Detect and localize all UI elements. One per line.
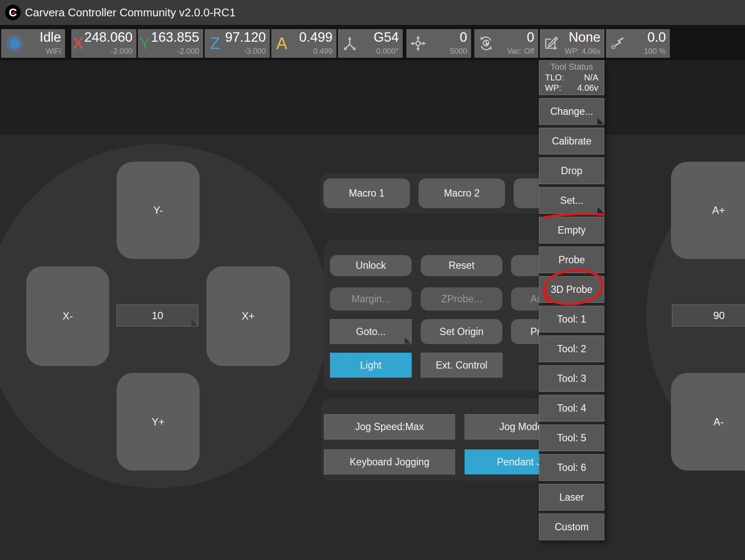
a-angle-value: 0.000° — [376, 47, 399, 55]
menu-item-set[interactable]: Set... — [539, 187, 604, 214]
wp-value: 4.06v — [577, 83, 598, 93]
jog-x-plus-label: X+ — [242, 310, 255, 322]
wireless-probe-voltage: WP: 4.06v — [565, 47, 600, 55]
menu-item-tool-5[interactable]: Tool: 5 — [539, 425, 604, 451]
jog-y-minus-button[interactable]: Y- — [117, 162, 200, 259]
z-position: 97.120 — [225, 30, 266, 44]
status-bar: Idle WiFi X 248.060 -2.000 Y 163.855 -2.… — [0, 25, 745, 60]
a-axis-tile[interactable]: A 0.499 0.499 — [271, 29, 336, 58]
jog-x-minus-button[interactable]: X- — [26, 266, 109, 366]
spindle-rpm-value: 0 — [527, 30, 534, 44]
feed-max-value: 5000 — [450, 47, 467, 55]
tlo-label: TLO: — [545, 73, 564, 83]
a-axis-letter: A — [272, 30, 292, 57]
jog-a-plus-button[interactable]: A+ — [671, 162, 745, 259]
macro-2-button[interactable]: Macro 2 — [419, 178, 505, 208]
macro-1-button[interactable]: Macro 1 — [323, 178, 410, 208]
keyboard-jogging-button[interactable]: Keyboard Jogging — [324, 449, 455, 474]
menu-item-tool-1[interactable]: Tool: 1 — [539, 306, 604, 332]
tool-tile[interactable]: None WP: 4.06v — [540, 29, 604, 58]
x-position: 248.060 — [84, 30, 132, 44]
unlock-button[interactable]: Unlock — [330, 255, 412, 276]
y-axis-tile[interactable]: Y 163.855 -2.000 — [138, 29, 203, 58]
menu-item-drop[interactable]: Drop — [539, 157, 604, 184]
x-axis-letter: X — [72, 30, 84, 57]
menu-item-tool-6[interactable]: Tool: 6 — [539, 454, 604, 481]
connection-dot-icon — [9, 38, 20, 49]
z-axis-letter: Z — [205, 30, 225, 57]
margin-button[interactable]: Margin... — [330, 287, 412, 311]
xy-step-value: 10 — [152, 310, 163, 322]
wcs-value: G54 — [373, 30, 399, 44]
z-machine-position: -3.000 — [244, 47, 266, 55]
y-position: 163.855 — [151, 30, 199, 44]
menu-item-custom[interactable]: Custom — [539, 514, 604, 540]
a-position: 0.499 — [299, 30, 332, 44]
connection-status-tile[interactable]: Idle WiFi — [1, 29, 65, 58]
move-icon — [407, 30, 429, 57]
spindle-icon — [475, 30, 497, 57]
wp-label: WP: — [545, 83, 561, 93]
jog-y-minus-label: Y- — [154, 204, 163, 216]
tool-status-title: Tool Status — [545, 62, 598, 72]
a-step-spinner[interactable]: 90 — [672, 305, 745, 326]
xy-step-spinner[interactable]: 10 — [117, 305, 198, 326]
ext-control-button[interactable]: Ext. Control — [421, 353, 502, 378]
jog-a-plus-label: A+ — [712, 204, 725, 216]
menu-item-tool-2[interactable]: Tool: 2 — [539, 335, 604, 362]
menu-item-laser[interactable]: Laser — [539, 484, 604, 511]
menu-item-change[interactable]: Change... — [539, 98, 604, 125]
axes-icon — [339, 30, 361, 57]
window-title: Carvera Controller Community v2.0.0-RC1 — [25, 6, 236, 19]
a-step-value: 90 — [713, 310, 725, 322]
menu-item-probe[interactable]: Probe — [539, 246, 604, 273]
machine-state: Idle — [40, 30, 61, 44]
laser-tile[interactable]: 0.0 100 % — [606, 29, 670, 58]
a-machine-position: 0.499 — [313, 47, 332, 55]
jog-y-plus-label: Y+ — [151, 416, 164, 428]
x-axis-tile[interactable]: X 248.060 -2.000 — [71, 29, 136, 58]
set-origin-button[interactable]: Set Origin — [421, 319, 502, 344]
spindle-tile[interactable]: 0 Vac: Off — [474, 29, 538, 58]
jog-y-plus-button[interactable]: Y+ — [117, 373, 200, 471]
carvera-controller-window: Y- X- X+ Y+ 10 A+ 90 A- Macro 1 Macro 2 … — [0, 0, 745, 560]
goto-button[interactable]: Goto... — [330, 319, 412, 344]
tool-value: None — [569, 30, 600, 44]
jog-x-plus-button[interactable]: X+ — [206, 266, 290, 366]
laser-power-value: 0.0 — [647, 30, 666, 44]
title-bar: C Carvera Controller Community v2.0.0-RC… — [0, 0, 745, 25]
jog-a-minus-label: A- — [714, 416, 724, 428]
laser-icon — [606, 30, 629, 57]
y-axis-letter: Y — [139, 30, 151, 57]
z-axis-tile[interactable]: Z 97.120 -3.000 — [205, 29, 270, 58]
tool-menu: Tool Status TLO: N/A WP: 4.06v Change...… — [539, 60, 604, 541]
light-toggle-button[interactable]: Light — [330, 353, 412, 378]
menu-item-3d-probe[interactable]: 3D Probe — [539, 276, 604, 303]
tool-status-box: Tool Status TLO: N/A WP: 4.06v — [539, 60, 604, 95]
x-machine-position: -2.000 — [111, 47, 132, 55]
jog-a-minus-button[interactable]: A- — [671, 373, 745, 471]
zprobe-button[interactable]: ZProbe... — [421, 287, 502, 311]
jog-x-minus-label: X- — [63, 310, 73, 322]
tool-edit-icon — [540, 30, 563, 57]
carvera-logo-icon: C — [5, 5, 21, 20]
tlo-value: N/A — [584, 73, 598, 83]
wcs-tile[interactable]: G54 0.000° — [338, 29, 403, 58]
vacuum-state: Vac: Off — [507, 47, 534, 55]
menu-item-calibrate[interactable]: Calibrate — [539, 128, 604, 154]
feed-value: 0 — [460, 30, 467, 44]
y-machine-position: -2.000 — [177, 47, 199, 55]
jog-speed-button[interactable]: Jog Speed:Max — [324, 414, 455, 440]
laser-scale-value: 100 % — [644, 47, 666, 55]
menu-item-empty[interactable]: Empty — [539, 217, 604, 243]
connection-type: WiFi — [46, 47, 61, 55]
menu-item-tool-3[interactable]: Tool: 3 — [539, 365, 604, 392]
reset-button[interactable]: Reset — [421, 255, 502, 276]
feed-rate-tile[interactable]: 0 5000 — [406, 29, 471, 58]
menu-item-tool-4[interactable]: Tool: 4 — [539, 395, 604, 422]
